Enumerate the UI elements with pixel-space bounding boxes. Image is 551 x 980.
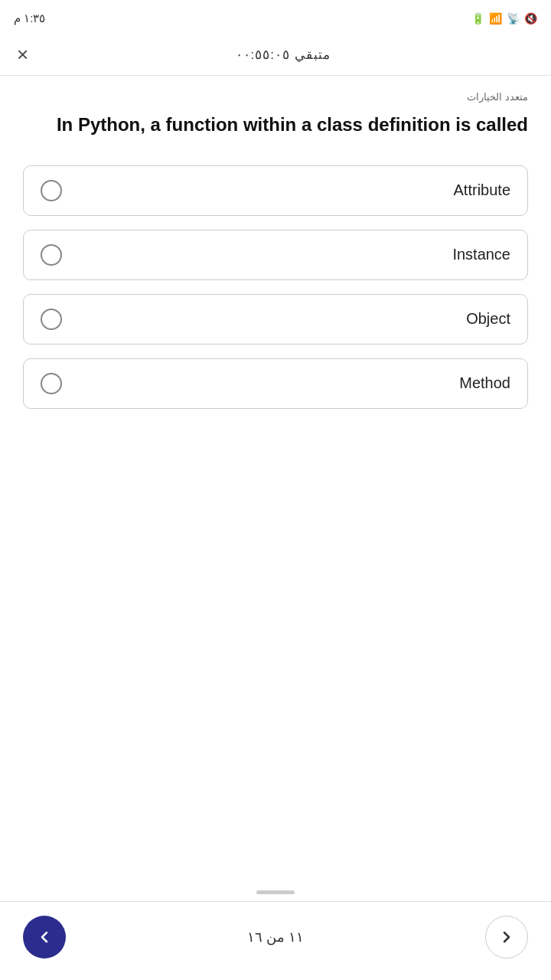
option-object[interactable]: Object <box>23 294 528 345</box>
wifi-icon: 📡 <box>507 12 520 24</box>
content-area: متعدد الخيارات In Python, a function wit… <box>0 76 551 432</box>
question-text: In Python, a function within a class def… <box>23 112 528 138</box>
signal-icon: 📶 <box>489 12 502 24</box>
radio-object <box>41 309 62 330</box>
drag-handle <box>256 890 295 894</box>
option-method[interactable]: Method <box>23 358 528 409</box>
back-button[interactable] <box>23 916 66 959</box>
option-attribute[interactable]: Attribute <box>23 165 528 216</box>
option-instance[interactable]: Instance <box>23 230 528 280</box>
bottom-nav: ١١ من ١٦ <box>0 901 551 980</box>
back-arrow-icon <box>35 928 54 946</box>
page-indicator: ١١ من ١٦ <box>247 929 304 946</box>
option-instance-label: Instance <box>62 246 510 263</box>
option-object-label: Object <box>62 310 510 328</box>
battery-icon: 🔋 <box>471 12 484 24</box>
top-bar: × متبقي ٠٠:٥٥:٠٥ <box>0 34 551 76</box>
status-bar: ١:٣٥ م 🔋 📶 📡 🔇 <box>0 0 551 34</box>
forward-button[interactable] <box>485 916 528 959</box>
option-method-label: Method <box>62 374 510 392</box>
timer-display: متبقي ٠٠:٥٥:٠٥ <box>30 47 536 63</box>
mute-icon: 🔇 <box>524 12 537 24</box>
options-list: Attribute Instance Object Method <box>23 165 528 409</box>
radio-method <box>41 373 62 394</box>
close-button[interactable]: × <box>15 44 30 64</box>
status-time: ١:٣٥ م <box>14 11 45 25</box>
option-attribute-label: Attribute <box>62 181 510 199</box>
forward-arrow-icon <box>497 928 516 946</box>
question-type-label: متعدد الخيارات <box>23 91 528 103</box>
radio-instance <box>41 244 62 266</box>
status-icons: 🔋 📶 📡 🔇 <box>471 12 537 24</box>
radio-attribute <box>41 180 62 201</box>
